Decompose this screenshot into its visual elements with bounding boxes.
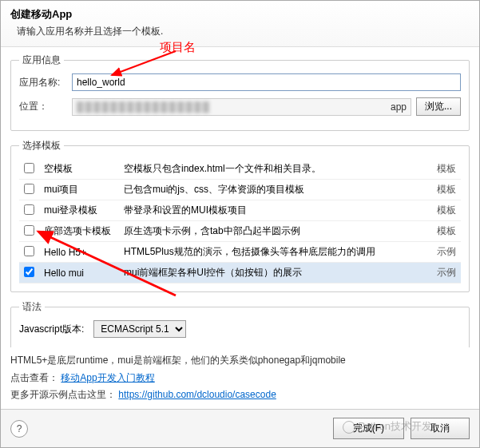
- template-legend: 选择模板: [19, 139, 64, 153]
- app-name-input[interactable]: [72, 73, 461, 91]
- info-line1: HTML5+是底层runtime，mui是前端框架，他们的关系类似phonega…: [10, 352, 470, 370]
- info-text: HTML5+是底层runtime，mui是前端框架，他们的关系类似phonega…: [1, 347, 479, 409]
- location-blurred: ████████████████: [77, 101, 391, 113]
- template-name: Hello H5+: [39, 242, 119, 263]
- location-suffix: app: [391, 101, 407, 113]
- table-row[interactable]: Hello H5+HTML5Plus规范的演示，包括摄像头等各种底层能力的调用示…: [19, 242, 461, 263]
- tutorial-link[interactable]: 移动App开发入门教程: [61, 372, 154, 383]
- js-version-label: Javascript版本:: [19, 323, 84, 336]
- template-type: 模板: [432, 159, 461, 180]
- template-checkbox[interactable]: [24, 184, 34, 194]
- template-desc: 已包含mui的js、css、字体资源的项目模板: [119, 180, 432, 200]
- dialog-content: 应用信息 应用名称: 位置： ████████████████ app 浏览..…: [1, 47, 479, 347]
- template-type: 示例: [432, 242, 461, 263]
- table-row[interactable]: mui项目已包含mui的js、css、字体资源的项目模板模板: [19, 180, 461, 200]
- info-line3-prefix: 更多开源示例点击这里：: [10, 389, 116, 400]
- table-row[interactable]: Hello muimui前端框架各种UI控件（如按钮）的展示示例: [19, 263, 461, 283]
- cancel-button[interactable]: 取消: [411, 418, 470, 439]
- app-info-group: 应用信息 应用名称: 位置： ████████████████ app 浏览..…: [10, 54, 470, 131]
- location-display: ████████████████ app: [72, 98, 411, 116]
- template-type: 模板: [432, 221, 461, 242]
- dialog-title: 创建移动App: [10, 7, 470, 22]
- template-desc: 带登录和设置的MUI模板项目: [119, 200, 432, 221]
- template-desc: mui前端框架各种UI控件（如按钮）的展示: [119, 263, 432, 283]
- js-version-select[interactable]: ECMAScript 5.1: [93, 320, 186, 338]
- template-table: 空模板空模板只包含index.html一个文件和相关目录。模板mui项目已包含m…: [19, 159, 461, 283]
- finish-button[interactable]: 完成(F): [333, 418, 404, 439]
- app-name-label: 应用名称:: [19, 76, 67, 89]
- syntax-group: 语法 Javascript版本: ECMAScript 5.1: [10, 300, 470, 347]
- create-app-dialog: 创建移动App 请输入应用名称并且选择一个模板. 项目名 应用信息 应用名称: …: [0, 0, 480, 448]
- info-line2-prefix: 点击查看：: [10, 372, 58, 383]
- template-name: mui项目: [39, 180, 119, 200]
- table-row[interactable]: 空模板空模板只包含index.html一个文件和相关目录。模板: [19, 159, 461, 180]
- template-desc: HTML5Plus规范的演示，包括摄像头等各种底层能力的调用: [119, 242, 432, 263]
- dialog-subtitle: 请输入应用名称并且选择一个模板.: [17, 25, 470, 38]
- dialog-footer: ? 完成(F) 取消: [1, 409, 479, 447]
- location-label: 位置：: [19, 100, 67, 113]
- help-icon[interactable]: ?: [10, 420, 28, 438]
- template-name: mui登录模板: [39, 200, 119, 221]
- template-desc: 原生选项卡示例，含tab中部凸起半圆示例: [119, 221, 432, 242]
- template-desc: 空模板只包含index.html一个文件和相关目录。: [119, 159, 432, 180]
- browse-button[interactable]: 浏览...: [416, 97, 461, 116]
- app-info-legend: 应用信息: [19, 54, 64, 67]
- template-group: 选择模板 空模板空模板只包含index.html一个文件和相关目录。模板mui项…: [10, 139, 470, 292]
- template-type: 模板: [432, 180, 461, 200]
- dialog-header: 创建移动App 请输入应用名称并且选择一个模板.: [1, 1, 479, 47]
- template-checkbox[interactable]: [24, 267, 34, 277]
- template-name: 底部选项卡模板: [39, 221, 119, 242]
- template-type: 模板: [432, 200, 461, 221]
- table-row[interactable]: mui登录模板带登录和设置的MUI模板项目模板: [19, 200, 461, 221]
- template-checkbox[interactable]: [24, 246, 34, 256]
- syntax-legend: 语法: [19, 300, 45, 314]
- template-name: 空模板: [39, 159, 119, 180]
- template-checkbox[interactable]: [24, 225, 34, 236]
- template-checkbox[interactable]: [24, 163, 34, 173]
- github-link[interactable]: https://github.com/dcloudio/casecode: [118, 389, 276, 400]
- template-name: Hello mui: [39, 263, 119, 283]
- template-checkbox[interactable]: [24, 204, 34, 215]
- table-row[interactable]: 底部选项卡模板原生选项卡示例，含tab中部凸起半圆示例模板: [19, 221, 461, 242]
- template-type: 示例: [432, 263, 461, 283]
